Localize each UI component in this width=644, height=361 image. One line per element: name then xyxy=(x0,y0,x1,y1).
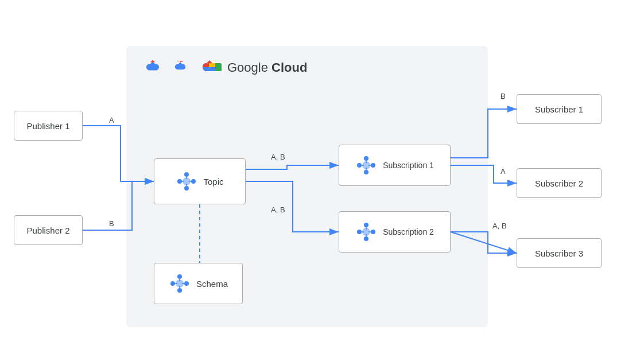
schema-box: Schema xyxy=(154,263,243,304)
svg-point-19 xyxy=(184,281,189,286)
publisher1-box: Publisher 1 xyxy=(14,111,83,141)
subscriber2-label: Subscriber 2 xyxy=(535,178,583,188)
schema-label: Schema xyxy=(196,279,228,289)
label-sub1-to-subscriber1: B xyxy=(501,92,506,100)
label-pub1-to-topic: A xyxy=(109,116,114,125)
topic-label: Topic xyxy=(203,177,223,187)
gc-logo: Google Cloud xyxy=(142,57,307,78)
svg-point-27 xyxy=(357,163,362,168)
svg-point-7 xyxy=(184,172,189,177)
subscription2-icon xyxy=(355,221,377,243)
subscription2-label: Subscription 2 xyxy=(383,227,434,236)
publisher1-label: Publisher 1 xyxy=(26,121,69,131)
svg-point-16 xyxy=(177,274,182,279)
svg-point-8 xyxy=(184,186,189,191)
subscription1-label: Subscription 1 xyxy=(383,161,434,170)
schema-icon xyxy=(169,273,191,294)
gc-logo-text: Google Cloud xyxy=(227,60,307,75)
svg-point-26 xyxy=(364,170,368,174)
subscription2-box: Subscription 2 xyxy=(339,211,451,253)
svg-point-18 xyxy=(170,281,175,286)
topic-box: Topic xyxy=(154,158,246,204)
svg-point-9 xyxy=(177,179,182,184)
svg-rect-5 xyxy=(209,67,215,71)
svg-point-37 xyxy=(371,230,375,234)
google-cloud-icon xyxy=(142,57,163,78)
subscription1-icon xyxy=(355,154,377,176)
subscription1-box: Subscription 1 xyxy=(339,145,451,186)
svg-point-28 xyxy=(371,163,375,168)
svg-point-10 xyxy=(191,179,196,184)
subscriber2-box: Subscriber 2 xyxy=(517,168,602,198)
label-sub1-to-subscriber2: A xyxy=(501,167,506,176)
subscriber1-box: Subscriber 1 xyxy=(517,94,602,124)
label-topic-to-sub2: A, B xyxy=(271,205,285,214)
canvas: Google Cloud Publisher 1 Publisher 2 Top… xyxy=(0,0,644,361)
subscriber1-label: Subscriber 1 xyxy=(535,104,583,114)
svg-point-35 xyxy=(364,236,368,241)
svg-rect-3 xyxy=(215,63,222,71)
svg-point-25 xyxy=(364,156,368,161)
subscriber3-box: Subscriber 3 xyxy=(517,238,602,268)
svg-point-17 xyxy=(177,288,182,293)
google-cloud-logo-icon xyxy=(169,59,192,77)
label-sub2-to-subscriber3: A, B xyxy=(492,222,507,230)
svg-rect-4 xyxy=(203,67,209,71)
google-cloud-logo-mark xyxy=(197,58,222,77)
svg-point-34 xyxy=(364,223,368,227)
topic-icon xyxy=(176,170,197,192)
publisher2-label: Publisher 2 xyxy=(26,226,69,235)
publisher2-box: Publisher 2 xyxy=(14,215,83,245)
label-pub2-to-topic: B xyxy=(109,219,114,228)
subscriber3-label: Subscriber 3 xyxy=(535,249,583,258)
label-topic-to-sub1: A, B xyxy=(271,153,285,161)
svg-point-36 xyxy=(357,230,362,234)
